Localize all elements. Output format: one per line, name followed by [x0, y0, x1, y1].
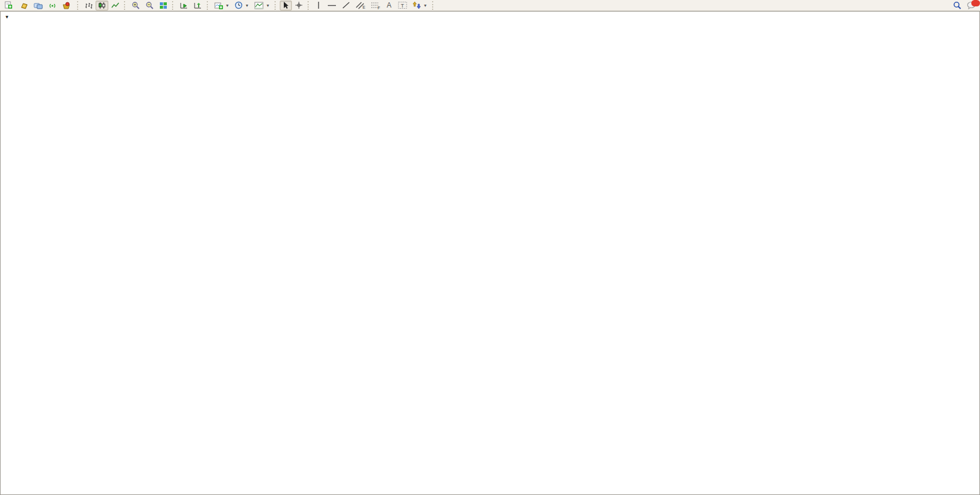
svg-text:E: E	[363, 5, 365, 9]
chat-button[interactable]	[964, 1, 978, 10]
horizontal-line-button[interactable]	[325, 1, 339, 10]
bar-chart-icon	[85, 2, 93, 9]
arrows-button[interactable]: ▼	[410, 1, 430, 10]
signals-icon	[48, 2, 57, 9]
toolbar: ▼ ▼ ▼ E F A T ▼	[0, 0, 980, 11]
auto-trading-button[interactable]	[60, 1, 75, 10]
trend-line-icon	[342, 1, 350, 9]
zoom-out-button[interactable]	[143, 1, 156, 10]
period-button[interactable]: ▼	[232, 1, 251, 10]
tile-windows-icon	[159, 2, 167, 9]
toolbar-grip	[124, 1, 127, 10]
add-indicator-button[interactable]: ▼	[212, 1, 232, 10]
template-icon	[254, 2, 264, 9]
toolbar-grip	[77, 1, 80, 10]
chevron-down-icon: ▼	[5, 14, 9, 20]
chevron-down-icon: ▼	[245, 3, 249, 8]
toolbar-grip	[275, 1, 277, 10]
rsi-indicator-label	[5, 418, 8, 439]
line-chart-button[interactable]	[109, 1, 122, 10]
text-icon: A	[387, 2, 392, 9]
chart-shift-button[interactable]	[191, 1, 204, 10]
toolbar-grip	[308, 1, 310, 10]
notification-badge	[971, 0, 980, 6]
tile-windows-button[interactable]	[157, 1, 170, 10]
chart-title[interactable]: ▼	[5, 14, 15, 20]
trend-line-button[interactable]	[339, 1, 353, 10]
crosshair-icon	[295, 1, 303, 9]
chart-canvas[interactable]	[0, 11, 980, 495]
toolbar-grip	[172, 1, 175, 10]
mql-cloud-icon	[34, 2, 43, 9]
chevron-down-icon: ▼	[423, 3, 427, 8]
auto-trading-icon	[62, 2, 71, 9]
cursor-button[interactable]	[280, 1, 292, 10]
bar-chart-button[interactable]	[82, 1, 95, 10]
new-order-button[interactable]	[2, 1, 17, 10]
period-clock-icon	[235, 1, 243, 9]
fibonacci-icon: F	[371, 1, 381, 9]
text-label-button[interactable]: T	[396, 1, 409, 10]
mql-button[interactable]	[31, 1, 45, 10]
text-label-icon: T	[398, 1, 407, 9]
vertical-line-button[interactable]	[313, 1, 324, 10]
vertical-line-icon	[316, 1, 321, 9]
chart-autoscroll-icon	[180, 2, 188, 9]
gold-button[interactable]	[17, 1, 31, 10]
zoom-in-icon	[131, 1, 140, 9]
horizontal-line-icon	[327, 2, 337, 9]
auto-scroll-button[interactable]	[177, 1, 191, 10]
arrows-icon	[412, 1, 421, 9]
new-order-icon	[4, 1, 13, 9]
search-icon	[953, 1, 961, 10]
text-button[interactable]: A	[383, 1, 395, 10]
chevron-down-icon: ▼	[266, 3, 270, 8]
signals-button[interactable]	[46, 1, 59, 10]
equidistant-channel-icon: E	[356, 1, 365, 9]
candlestick-chart-button[interactable]	[96, 1, 108, 10]
svg-text:F: F	[378, 6, 380, 10]
macd-indicator-label	[5, 352, 8, 380]
crosshair-button[interactable]	[292, 1, 305, 10]
gold-icon	[20, 2, 28, 9]
line-chart-icon	[111, 2, 119, 9]
equidistant-channel-button[interactable]: E	[353, 1, 368, 10]
chevron-down-icon: ▼	[225, 3, 229, 8]
add-indicator-icon	[214, 2, 223, 9]
cursor-icon	[282, 1, 290, 9]
zoom-in-button[interactable]	[129, 1, 142, 10]
zoom-out-icon	[145, 1, 154, 9]
fibonacci-button[interactable]: F	[368, 1, 383, 10]
search-button[interactable]	[950, 1, 964, 10]
toolbar-grip	[432, 1, 435, 10]
toolbar-grip	[207, 1, 210, 10]
svg-text:T: T	[401, 3, 404, 9]
chart-shift-icon	[193, 2, 202, 9]
template-button[interactable]: ▼	[252, 1, 272, 10]
candlestick-chart-icon	[98, 2, 106, 9]
